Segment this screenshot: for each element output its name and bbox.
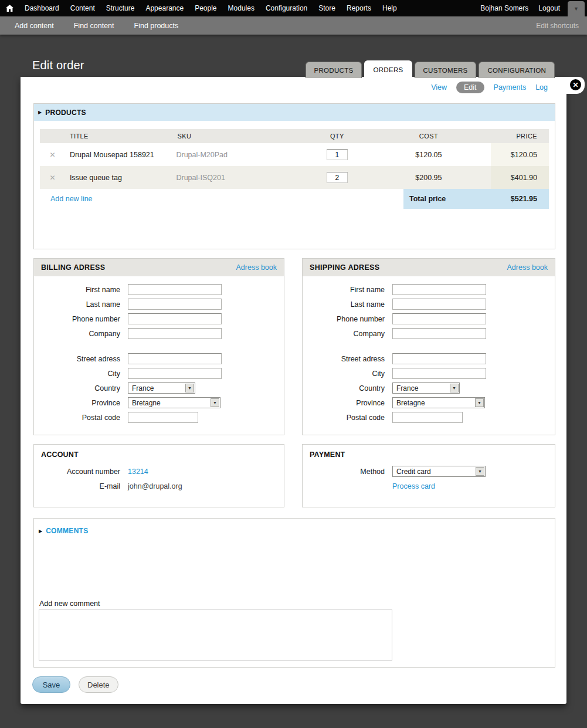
toolbar-item-people[interactable]: People — [195, 4, 216, 12]
primary-tabs: PRODUCTS ORDERS CUSTOMERS CONFIGURATION — [306, 60, 555, 78]
shipping-country-select[interactable]: France ▼ — [392, 382, 460, 394]
shipping-street-field[interactable] — [392, 353, 486, 364]
edit-button[interactable]: Edit — [456, 82, 484, 93]
chevron-down-icon: ▼ — [211, 398, 219, 407]
toolbar-item-modules[interactable]: Modules — [228, 4, 255, 12]
product-price: $401.90 — [491, 166, 549, 189]
shipping-country-value: France — [396, 384, 418, 392]
shipping-province-select[interactable]: Bretagne ▼ — [392, 397, 485, 408]
add-new-line-link[interactable]: Add new line — [50, 195, 93, 203]
qty-input[interactable] — [327, 172, 348, 183]
billing-province-select[interactable]: Bretagne ▼ — [128, 397, 220, 408]
product-price: $120.05 — [491, 143, 549, 166]
new-comment-textarea[interactable] — [39, 610, 392, 661]
payment-fieldset: PAYMENT Method Credit card ▼ Process car… — [302, 444, 555, 507]
total-price-label: Total price — [403, 195, 491, 203]
collapse-arrow-icon: ▶ — [38, 110, 42, 115]
toolbar-item-help[interactable]: Help — [382, 4, 397, 12]
toolbar-item-structure[interactable]: Structure — [106, 4, 135, 12]
qty-input[interactable] — [327, 149, 348, 160]
comments-legend[interactable]: ▶ COMMENTS — [34, 519, 555, 535]
remove-line-icon[interactable]: ✕ — [49, 151, 55, 159]
payment-method-value: Credit card — [396, 468, 431, 476]
edit-order-modal: ✕ View Edit Payments Log ▶ PRODUCTS TITL… — [21, 77, 566, 704]
billing-postal-code-field[interactable] — [128, 412, 198, 423]
total-price-value: $521.95 — [492, 195, 549, 203]
billing-country-select[interactable]: France ▼ — [128, 382, 195, 394]
billing-address-book-link[interactable]: Adress book — [236, 263, 277, 272]
method-label: Method — [303, 468, 392, 476]
process-card-link[interactable]: Process card — [392, 482, 435, 490]
product-title: Drupal Mousepad 158921 — [65, 143, 177, 166]
remove-line-icon[interactable]: ✕ — [49, 174, 55, 182]
comments-fieldset: ▶ COMMENTS Add new comment — [33, 518, 555, 668]
tab-products[interactable]: PRODUCTS — [306, 62, 362, 78]
product-title: Issue queue tag — [65, 166, 177, 189]
last-name-label: Last name — [303, 300, 392, 309]
products-table-footer: Add new line Total price $521.95 — [40, 189, 549, 209]
account-legend-label: ACCOUNT — [34, 445, 284, 459]
billing-first-name-field[interactable] — [128, 284, 222, 295]
billing-city-field[interactable] — [128, 368, 222, 379]
shortcut-add-content[interactable]: Add content — [15, 22, 54, 30]
edit-shortcuts-link[interactable]: Edit shortcuts — [536, 22, 579, 30]
close-glyph: ✕ — [572, 81, 578, 89]
billing-header: BILLING ADRESS Adress book — [34, 259, 284, 276]
shipping-city-field[interactable] — [392, 368, 486, 379]
shipping-company-field[interactable] — [392, 328, 486, 339]
payments-link[interactable]: Payments — [494, 83, 527, 92]
chevron-down-icon: ▼ — [574, 6, 579, 12]
tab-configuration[interactable]: CONFIGURATION — [479, 62, 555, 78]
billing-phone-field[interactable] — [128, 313, 222, 324]
shipping-first-name-field[interactable] — [392, 284, 486, 295]
view-link[interactable]: View — [431, 83, 447, 92]
billing-company-field[interactable] — [128, 328, 222, 339]
products-legend[interactable]: ▶ PRODUCTS — [34, 104, 555, 121]
shipping-phone-field[interactable] — [392, 313, 486, 324]
products-table-header: TITLE SKU QTY COST PRICE — [40, 129, 549, 143]
toolbar-item-reports[interactable]: Reports — [347, 4, 371, 12]
close-icon[interactable]: ✕ — [569, 78, 582, 92]
shortcut-find-content[interactable]: Find content — [74, 22, 114, 30]
tab-orders[interactable]: ORDERS — [364, 60, 412, 78]
shipping-last-name-field[interactable] — [392, 299, 486, 310]
save-button[interactable]: Save — [32, 676, 70, 693]
toolbar-item-store[interactable]: Store — [318, 4, 335, 12]
chevron-down-icon: ▼ — [450, 384, 459, 392]
total-price-box: Total price $521.95 — [403, 189, 549, 209]
admin-toolbar: Dashboard Content Structure Appearance P… — [0, 0, 587, 16]
province-label: Province — [303, 399, 392, 407]
tab-customers[interactable]: CUSTOMERS — [415, 62, 477, 78]
billing-street-field[interactable] — [128, 353, 222, 364]
toolbar-item-dashboard[interactable]: Dashboard — [25, 4, 59, 12]
page: Dashboard Content Structure Appearance P… — [0, 0, 587, 728]
shortcut-find-products[interactable]: Find products — [134, 22, 179, 30]
toolbar-item-configuration[interactable]: Configuration — [266, 4, 307, 12]
header-cost: COST — [367, 129, 491, 143]
header-qty: QTY — [308, 129, 367, 143]
country-label: Country — [303, 384, 392, 392]
payment-method-select[interactable]: Credit card ▼ — [392, 466, 486, 477]
billing-last-name-field[interactable] — [128, 299, 222, 310]
add-comment-label: Add new comment — [39, 600, 100, 608]
logout-link[interactable]: Logout — [538, 4, 560, 12]
first-name-label: First name — [34, 286, 128, 294]
product-cost: $200.95 — [367, 166, 491, 189]
shipping-address-book-link[interactable]: Adress book — [507, 263, 548, 272]
user-name[interactable]: Bojhan Somers — [480, 4, 528, 12]
billing-country-value: France — [132, 384, 154, 392]
toolbar-toggle-button[interactable]: ▼ — [568, 1, 585, 16]
toolbar-item-content[interactable]: Content — [70, 4, 95, 12]
shipping-address-fieldset: SHIPPING ADRESS Adress book First name L… — [302, 258, 555, 435]
shipping-header: SHIPPING ADRESS Adress book — [303, 259, 555, 276]
account-number-link[interactable]: 13214 — [128, 468, 148, 476]
log-link[interactable]: Log — [535, 83, 548, 92]
shipping-legend-label: SHIPPING ADRESS — [310, 263, 379, 272]
shipping-postal-code-field[interactable] — [392, 412, 463, 423]
toolbar-item-appearance[interactable]: Appearance — [145, 4, 184, 12]
delete-button[interactable]: Delete — [79, 676, 118, 693]
header-delete-col — [40, 129, 65, 143]
account-fieldset: ACCOUNT Account number 13214 E-mail john… — [33, 444, 284, 507]
chevron-down-icon: ▼ — [185, 384, 194, 392]
home-icon[interactable] — [6, 5, 13, 12]
